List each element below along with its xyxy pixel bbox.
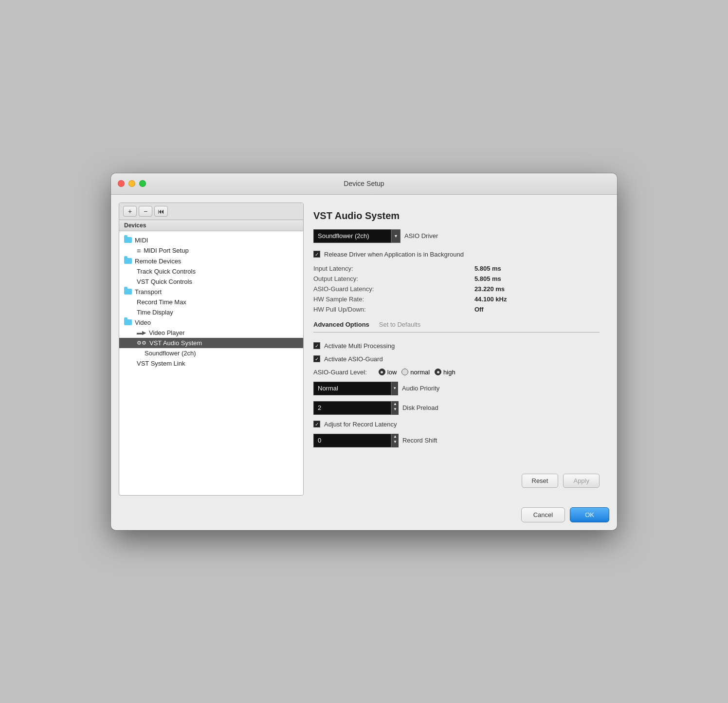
output-latency-value: 5.805 ms [474,275,600,282]
asio-guard-checkbox[interactable] [313,355,320,362]
radio-high-dot [435,369,441,375]
sidebar-item-soundflower[interactable]: Soundflower (2ch) [119,348,303,358]
audio-priority-value: Normal [318,385,338,392]
asio-guard-label: Activate ASIO-Guard [324,355,383,363]
advanced-section: Activate Multi Processing Activate ASIO-… [313,336,600,459]
devices-label: Devices [119,220,303,231]
midi-icon: ≡ [137,247,141,255]
audio-priority-arrow[interactable]: ▾ [391,382,398,395]
record-shift-value: 0 [318,437,321,444]
driver-select-wrapper: Soundflower (2ch) ▾ [313,229,400,243]
asio-guard-latency-value: 23.220 ms [474,285,600,293]
record-shift-label: Record Shift [402,437,437,444]
asio-guard-level-label: ASIO-Guard Level: [313,369,367,376]
tabs-row: Advanced Options Set to Defaults [313,321,600,328]
hw-sample-rate-value: 44.100 kHz [474,296,600,303]
sidebar-item-label: Video Player [149,329,184,336]
sidebar-item-video[interactable]: Video [119,317,303,328]
sidebar-item-label: Transport [135,288,162,296]
adjust-record-latency-checkbox[interactable] [313,421,320,427]
sidebar-item-label: MIDI Port Setup [144,247,188,254]
audio-priority-row: Normal ▾ Audio Priority [313,382,600,395]
sidebar-item-video-player[interactable]: ▬▶ Video Player [119,328,303,338]
radio-normal-dot [401,369,408,375]
tabs-divider [313,332,600,333]
maximize-button[interactable] [139,180,146,187]
radio-low-label: low [387,369,397,376]
radio-high[interactable]: high [435,369,455,376]
sidebar-item-label: Time Display [137,309,173,316]
disk-preload-spinner[interactable]: ▲ ▼ [391,401,399,415]
asio-guard-level-row: ASIO-Guard Level: low normal [313,369,600,376]
audio-priority-select[interactable]: Normal [313,382,391,395]
multi-processing-label: Activate Multi Processing [324,342,395,350]
driver-select[interactable]: Soundflower (2ch) [313,229,391,243]
sidebar-item-remote-devices[interactable]: Remote Devices [119,256,303,266]
info-grid: Input Latency: 5.805 ms Output Latency: … [313,265,600,313]
device-setup-window: Device Setup + − ⏮ Devices MIDI [111,173,617,530]
record-shift-select-wrapper: 0 ▲ ▼ [313,434,399,447]
radio-low[interactable]: low [379,369,397,376]
window-footer: Cancel OK [111,503,617,530]
sidebar-item-label: Record Time Max [137,298,186,306]
sidebar-item-label: VST Audio System [149,339,202,347]
release-driver-checkbox[interactable] [313,251,320,258]
cancel-button[interactable]: Cancel [521,507,565,522]
apply-button[interactable]: Apply [563,474,600,488]
ok-button[interactable]: OK [570,507,609,522]
asio-driver-label: ASIO Driver [404,232,438,240]
driver-row: Soundflower (2ch) ▾ ASIO Driver [313,229,600,243]
sidebar-item-time-display[interactable]: Time Display [119,307,303,317]
driver-dropdown-arrow[interactable]: ▾ [391,229,400,243]
radio-normal-label: normal [410,369,430,376]
sidebar-item-transport[interactable]: Transport [119,287,303,297]
sidebar-item-vst-system-link[interactable]: VST System Link [119,358,303,369]
tab-advanced-options[interactable]: Advanced Options [313,321,369,328]
sidebar-item-vst-quick-controls[interactable]: VST Quick Controls [119,277,303,287]
release-driver-label: Release Driver when Application is in Ba… [324,251,464,258]
traffic-lights [118,180,146,187]
tree-container: MIDI ≡ MIDI Port Setup Remote Devices Tr [119,231,303,372]
folder-icon [124,237,132,243]
minimize-button[interactable] [128,180,135,187]
driver-select-value: Soundflower (2ch) [318,232,369,240]
hw-pull-updown-value: Off [474,306,600,313]
window-body: + − ⏮ Devices MIDI ≡ MIDI Port Setup [111,195,617,503]
section-title: VST Audio System [313,210,600,222]
add-button[interactable]: + [123,206,137,217]
sidebar-item-track-quick-controls[interactable]: Track Quick Controls [119,266,303,277]
reset-button[interactable]: Reset [522,474,559,488]
sidebar-item-midi-port-setup[interactable]: ≡ MIDI Port Setup [119,245,303,256]
sidebar-item-record-time-max[interactable]: Record Time Max [119,297,303,307]
multi-processing-checkbox[interactable] [313,342,320,349]
sidebar-item-label: MIDI [135,237,148,244]
window-title: Device Setup [344,180,384,187]
audio-priority-label: Audio Priority [402,385,439,392]
reset-button[interactable]: ⏮ [154,206,168,217]
bottom-buttons: Reset Apply [313,469,600,488]
sidebar-item-label: VST System Link [137,360,185,367]
radio-normal[interactable]: normal [401,369,430,376]
radio-low-dot [379,369,385,375]
asio-guard-latency-label: ASIO-Guard Latency: [313,285,467,293]
close-button[interactable] [118,180,125,187]
sidebar-item-label: Video [135,319,151,326]
asio-guard-level-group: low normal high [379,369,455,376]
adjust-record-latency-row: Adjust for Record Latency [313,421,600,428]
asio-guard-row: Activate ASIO-Guard [313,355,600,363]
sidebar-item-vst-audio-system[interactable]: ⚙⚙ VST Audio System [119,338,303,348]
sidebar-item-label: Remote Devices [135,258,181,265]
left-panel-toolbar: + − ⏮ [119,203,303,220]
tab-set-to-defaults[interactable]: Set to Defaults [379,321,420,328]
disk-preload-select-wrapper: 2 ▲ ▼ [313,401,399,415]
multi-processing-row: Activate Multi Processing [313,342,600,350]
release-driver-row: Release Driver when Application is in Ba… [313,251,600,258]
record-shift-select[interactable]: 0 [313,434,391,447]
right-panel: VST Audio System Soundflower (2ch) ▾ ASI… [304,203,609,496]
disk-preload-label: Disk Preload [402,404,438,411]
sidebar-item-midi[interactable]: MIDI [119,235,303,245]
remove-button[interactable]: − [139,206,152,217]
radio-high-label: high [443,369,455,376]
disk-preload-select[interactable]: 2 [313,401,391,415]
record-shift-spinner[interactable]: ▲ ▼ [391,434,399,447]
